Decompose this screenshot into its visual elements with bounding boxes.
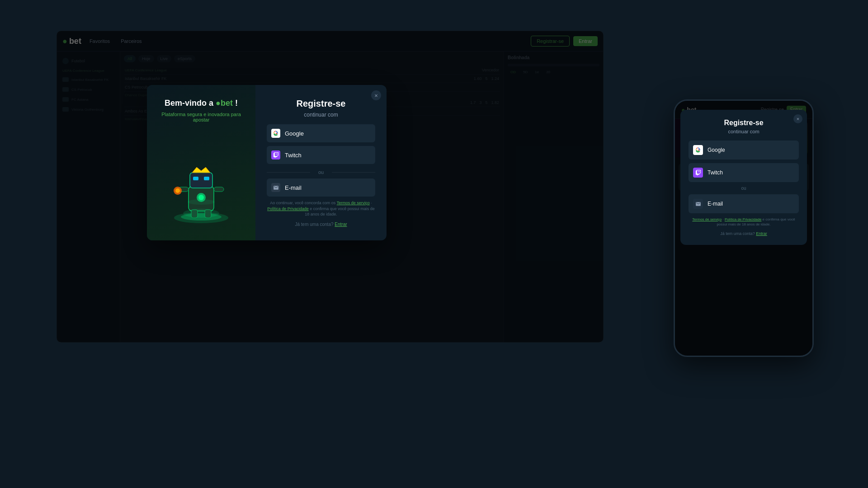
svg-marker-8: [192, 167, 210, 173]
mobile-twitch-icon: [693, 168, 703, 178]
mobile-already-text: Já tem uma conta?: [720, 231, 755, 236]
mobile-terms-text: Termos de serviço · Política de Privacid…: [689, 217, 799, 227]
email-button-label: E-mail: [285, 184, 302, 191]
mobile-google-icon: [693, 145, 703, 155]
terms-separator: ·: [371, 201, 372, 205]
mobile-google-label: Google: [708, 147, 725, 153]
modal-welcome-title: Bem-vindo a ●bet !: [156, 99, 246, 108]
google-button-label: Google: [285, 130, 304, 137]
terms-text-1: Ao continuar, você concorda com os: [270, 201, 335, 205]
modal-continuar-text: continuar com: [304, 112, 338, 118]
modal-register-title: Registre-se: [297, 99, 346, 109]
mobile-modal-subtitle: continuar com: [689, 129, 799, 134]
mobile-divider: ou: [689, 186, 799, 191]
mobile-already-account: Já tem uma conta? Entrar: [689, 231, 799, 236]
mobile-twitch-label: Twitch: [708, 169, 723, 176]
svg-rect-6: [193, 177, 198, 180]
svg-point-16: [183, 209, 219, 218]
twitch-icon: [271, 150, 280, 160]
mobile-privacy-link[interactable]: Política de Privacidade: [725, 217, 761, 221]
mobile-email-icon: [693, 199, 703, 209]
mobile-modal-title: Registre-se: [689, 119, 799, 127]
mobile-entrar-link[interactable]: Entrar: [756, 231, 767, 236]
privacy-policy-link[interactable]: Política de Privacidade: [267, 206, 309, 211]
modal-logo-dot: ●: [216, 99, 221, 108]
terms-age-value: e confirma que você possui mais de 18 an…: [305, 206, 375, 217]
email-register-button[interactable]: E-mail: [267, 178, 375, 197]
email-icon: [271, 183, 280, 192]
robot-illustration: [165, 150, 237, 227]
terms-of-service-link[interactable]: Termos de serviço: [337, 201, 370, 205]
modal-welcome-subtitle: Plataforma segura e inovadora para apost…: [156, 112, 246, 122]
modal-form-panel: × Registre-se continuar com Google: [255, 85, 387, 240]
modal-logo-name: bet: [221, 99, 233, 108]
svg-point-15: [188, 199, 215, 205]
robot-svg: [165, 150, 237, 227]
mobile-modal-overlay: × Registre-se continuar com Google: [675, 101, 812, 356]
modal-close-button[interactable]: ×: [371, 90, 381, 100]
google-icon: [271, 129, 280, 138]
mobile-twitch-button[interactable]: Twitch: [689, 163, 799, 182]
modal-terms-text: Ao continuar, você concorda com os Termo…: [267, 200, 375, 217]
mobile-google-button[interactable]: Google: [689, 141, 799, 160]
svg-point-12: [175, 188, 180, 193]
twitch-register-button[interactable]: Twitch: [267, 146, 375, 164]
modal-entrar-link[interactable]: Entrar: [335, 222, 347, 227]
mobile-frame: ● bet Registre-se Entrar NOVO Retire seu…: [674, 99, 814, 357]
svg-rect-5: [190, 173, 212, 188]
twitch-button-label: Twitch: [285, 152, 302, 159]
mobile-email-label: E-mail: [708, 201, 723, 207]
modal-overlay: Bem-vindo a ●bet ! Plataforma segura e i…: [57, 31, 604, 343]
modal-already-account: Já tem uma conta? Entrar: [295, 222, 347, 227]
mobile-terms-link1[interactable]: Termos de serviço: [692, 217, 722, 221]
mobile-register-modal: × Registre-se continuar com Google: [680, 110, 807, 245]
modal-divider: ou: [267, 169, 375, 175]
mobile-email-button[interactable]: E-mail: [689, 194, 799, 213]
modal-welcome-text: Bem-vindo a ●bet ! Plataforma segura e i…: [156, 99, 246, 127]
mobile-modal-close-button[interactable]: ×: [793, 114, 802, 123]
register-modal: Bem-vindo a ●bet ! Plataforma segura e i…: [147, 85, 387, 240]
google-register-button[interactable]: Google: [267, 124, 375, 142]
welcome-title-text: Bem-vindo a: [165, 99, 213, 108]
already-account-text: Já tem uma conta?: [295, 222, 333, 227]
modal-illustration-panel: Bem-vindo a ●bet ! Plataforma segura e i…: [147, 85, 255, 240]
svg-rect-10: [214, 187, 224, 192]
svg-rect-7: [204, 177, 209, 180]
